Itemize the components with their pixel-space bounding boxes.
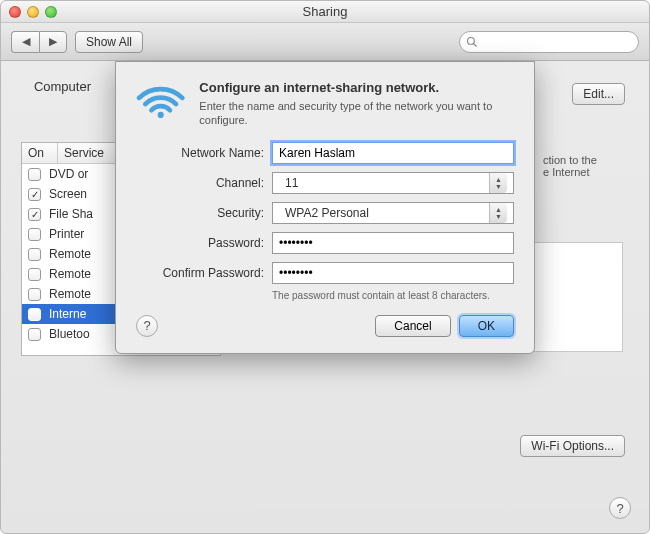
svg-point-0 bbox=[468, 37, 475, 44]
checkbox[interactable] bbox=[28, 288, 41, 301]
password-field[interactable] bbox=[272, 232, 514, 254]
search-input[interactable] bbox=[459, 31, 639, 53]
wifi-options-button[interactable]: Wi-Fi Options... bbox=[520, 435, 625, 457]
list-item-label: Remote bbox=[49, 247, 91, 261]
security-label: Security: bbox=[136, 206, 264, 220]
sheet-help-button[interactable]: ? bbox=[136, 315, 158, 337]
sharing-window: Sharing ◀ ▶ Show All Computer Edit... On… bbox=[0, 0, 650, 534]
titlebar: Sharing bbox=[1, 1, 649, 23]
window-title: Sharing bbox=[303, 4, 348, 19]
nav-segment: ◀ ▶ bbox=[11, 31, 67, 53]
checkbox[interactable] bbox=[28, 228, 41, 241]
confirm-password-field[interactable] bbox=[272, 262, 514, 284]
computer-label: Computer bbox=[21, 79, 91, 94]
checkbox[interactable] bbox=[28, 248, 41, 261]
checkbox[interactable] bbox=[28, 188, 41, 201]
list-item-label: Remote bbox=[49, 287, 91, 301]
sheet-heading: Configure an internet-sharing network. bbox=[199, 80, 514, 95]
show-all-button[interactable]: Show All bbox=[75, 31, 143, 53]
col-on: On bbox=[22, 143, 58, 163]
list-item-label: Interne bbox=[49, 307, 86, 321]
zoom-icon[interactable] bbox=[45, 6, 57, 18]
wifi-icon bbox=[136, 80, 185, 122]
sheet-header: Configure an internet-sharing network. E… bbox=[136, 80, 514, 128]
list-item-label: DVD or bbox=[49, 167, 88, 181]
password-label: Password: bbox=[136, 236, 264, 250]
sheet-sub: Enter the name and security type of the … bbox=[199, 99, 514, 128]
checkbox[interactable] bbox=[28, 168, 41, 181]
toolbar: ◀ ▶ Show All bbox=[1, 23, 649, 61]
channel-label: Channel: bbox=[136, 176, 264, 190]
search-icon bbox=[466, 36, 478, 48]
back-button[interactable]: ◀ bbox=[11, 31, 39, 53]
list-item-label: Bluetoo bbox=[49, 327, 90, 341]
password-hint: The password must contain at least 8 cha… bbox=[272, 290, 514, 301]
right-hint: ction to the e Internet bbox=[543, 154, 633, 178]
svg-point-2 bbox=[158, 112, 164, 118]
close-icon[interactable] bbox=[9, 6, 21, 18]
confirm-password-label: Confirm Password: bbox=[136, 266, 264, 280]
traffic-lights bbox=[9, 6, 57, 18]
svg-line-1 bbox=[474, 43, 477, 46]
stepper-icon: ▲▼ bbox=[489, 173, 507, 193]
list-item-label: Screen bbox=[49, 187, 87, 201]
list-item-label: File Sha bbox=[49, 207, 93, 221]
channel-select[interactable]: 11 ▲▼ bbox=[272, 172, 514, 194]
list-item-label: Remote bbox=[49, 267, 91, 281]
stepper-icon: ▲▼ bbox=[489, 203, 507, 223]
minimize-icon[interactable] bbox=[27, 6, 39, 18]
forward-button[interactable]: ▶ bbox=[39, 31, 67, 53]
checkbox[interactable] bbox=[28, 268, 41, 281]
sheet-footer: ? Cancel OK bbox=[136, 315, 514, 337]
configure-sheet: Configure an internet-sharing network. E… bbox=[115, 61, 535, 354]
help-button[interactable]: ? bbox=[609, 497, 631, 519]
network-name-field[interactable] bbox=[272, 142, 514, 164]
checkbox[interactable] bbox=[28, 328, 41, 341]
security-select[interactable]: WPA2 Personal ▲▼ bbox=[272, 202, 514, 224]
edit-button[interactable]: Edit... bbox=[572, 83, 625, 105]
network-name-label: Network Name: bbox=[136, 146, 264, 160]
ok-button[interactable]: OK bbox=[459, 315, 514, 337]
checkbox[interactable] bbox=[28, 208, 41, 221]
cancel-button[interactable]: Cancel bbox=[375, 315, 450, 337]
checkbox[interactable] bbox=[28, 308, 41, 321]
list-item-label: Printer bbox=[49, 227, 84, 241]
